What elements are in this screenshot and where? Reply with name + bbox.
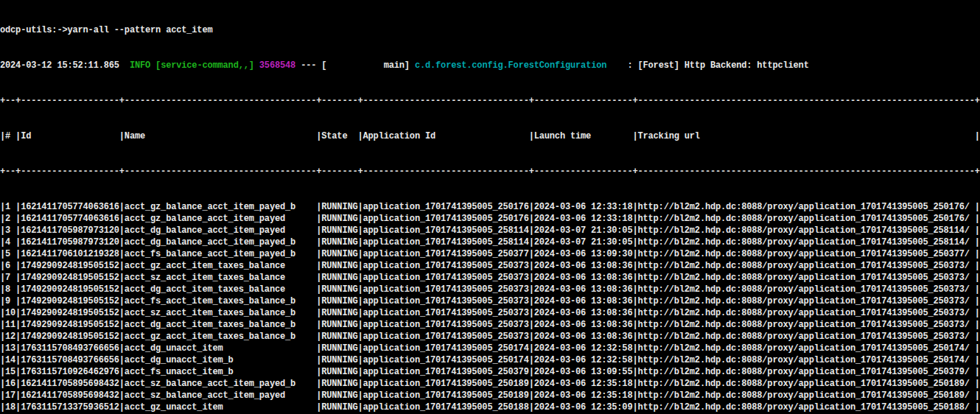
table-row: |6 |1749290924819505152|acct_gz_acct_ite… xyxy=(0,260,980,272)
command-text: odcp-utils:->yarn-all --pattern acct_ite… xyxy=(0,25,212,35)
table-row: |8 |1749290924819505152|acct_dg_acct_ite… xyxy=(0,284,980,295)
terminal-screen[interactable]: odcp-utils:->yarn-all --pattern acct_ite… xyxy=(0,0,980,414)
table-row: |9 |1749290924819505152|acct_fs_acct_ite… xyxy=(0,295,980,307)
log-segment: INFO xyxy=(125,60,155,71)
table-row: |10|1749290924819505152|acct_sz_acct_ite… xyxy=(0,307,980,319)
log-segment: [Forest] Http Backend: httpclient xyxy=(638,60,809,71)
table-separator: +--+-------------------+----------------… xyxy=(0,95,980,107)
table-header-row: |# |Id |Name |State |Application Id |Lau… xyxy=(0,130,980,142)
table-separator: +--+-------------------+----------------… xyxy=(0,166,980,178)
table-row: |4 |1621411705987973120|acct_dg_balance_… xyxy=(0,236,980,248)
table-row: |7 |1749290924819505152|acct_sz_acct_ite… xyxy=(0,272,980,284)
log-segment: 2024-03-12 15:52:11.865 xyxy=(0,60,125,71)
table-row: |1 |1621411705774063616|acct_gz_balance_… xyxy=(0,201,980,213)
table-row: |2 |1621411705774063616|acct_gz_balance_… xyxy=(0,213,980,225)
command-line: odcp-utils:->yarn-all --pattern acct_ite… xyxy=(0,24,980,36)
table-row: |17|1621411705895698432|acct_sz_balance_… xyxy=(0,390,980,401)
table-row: |15|1763115710926462976|acct_fs_unacct_i… xyxy=(0,366,980,378)
log-segment: --- [ main] xyxy=(295,60,415,71)
table-row: |14|1763115708493766656|acct_dg_unacct_i… xyxy=(0,354,980,366)
log-line: 2024-03-12 15:52:11.865 INFO [service-co… xyxy=(0,60,980,71)
table-row: |11|1749290924819505152|acct_dg_acct_ite… xyxy=(0,319,980,331)
log-segment: c.d.forest.config.ForestConfiguration xyxy=(415,60,606,71)
log-segment xyxy=(254,60,259,71)
table-rows: |1 |1621411705774063616|acct_gz_balance_… xyxy=(0,201,980,414)
log-segment: 3568548 xyxy=(259,60,295,71)
table-row: |3 |1621411705987973120|acct_dg_balance_… xyxy=(0,225,980,236)
table-row: |12|1749290924819505152|acct_gz_acct_ite… xyxy=(0,331,980,343)
table-row: |13|1763115708493766656|acct_dg_unacct_i… xyxy=(0,343,980,354)
table-row: |5 |1621411706101219328|acct_fs_balance_… xyxy=(0,248,980,260)
table-row: |18|1763115713375936512|acct_gz_unacct_i… xyxy=(0,401,980,413)
log-segment: : xyxy=(606,60,637,71)
log-segment: [service-command,,] xyxy=(155,60,254,71)
table-row: |16|1621411705895698432|acct_sz_balance_… xyxy=(0,378,980,390)
